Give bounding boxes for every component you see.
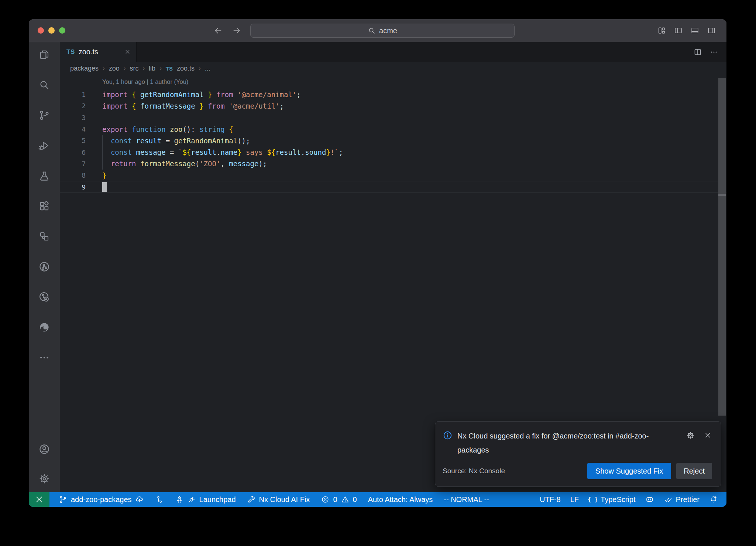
code-line-4[interactable]: 4export function zoo(): string { [60,123,726,135]
tab-bar: TS zoo.ts [60,42,726,62]
breadcrumb-item-packages[interactable]: packages [70,65,99,72]
editor-more-actions-button[interactable] [709,48,718,57]
code-line-5[interactable]: 5 const result = getRandomAnimal(); [60,135,726,146]
status-auto-attach[interactable]: Auto Attach: Always [364,492,437,507]
text-cursor [102,182,107,192]
status-remote-indicator[interactable] [29,492,49,507]
breadcrumb-item-src[interactable]: src [130,65,138,72]
activity-item-run-and-debug[interactable] [38,140,50,151]
status-label: LF [570,495,579,504]
code-line-1[interactable]: 1import { getRandomAnimal } from '@acme/… [60,89,726,100]
line-number: 9 [60,183,86,191]
status-copilot-status[interactable] [641,492,658,507]
close-tab-button[interactable] [124,48,131,55]
account-icon [38,443,50,455]
activity-item-accounts[interactable] [38,443,50,455]
title-bar: acme [29,19,726,42]
customize-layout-button[interactable] [657,26,666,35]
activity-item-explorer[interactable] [38,49,50,61]
status-label: Nx Cloud AI Fix [259,495,310,504]
activity-item-testing[interactable] [38,170,50,182]
toggle-secondary-sidebar-button[interactable] [707,26,716,35]
status-label: add-zoo-packages [71,495,132,504]
activity-item-additional-views[interactable] [38,352,50,364]
tab-zoo-ts[interactable]: TS zoo.ts [60,42,137,62]
status-end-of-line[interactable]: LF [566,492,583,507]
line-number: 5 [60,137,86,144]
status-language-mode[interactable]: { }TypeScript [584,492,639,507]
breadcrumb-overflow[interactable]: ... [205,65,210,72]
status-nx-launchpad[interactable]: Launchpad [171,492,240,507]
beaker-icon [38,170,50,182]
close-window-button[interactable] [38,27,44,34]
wrench-icon [247,495,256,504]
line-content: return formatMessage('ZOO', message); [102,160,267,168]
status-label: 0 [333,495,337,504]
nx-graph-circle-icon [38,261,50,273]
navigate-back-button[interactable] [213,26,223,35]
code-line-2[interactable]: 2import { formatMessage } from '@acme/ut… [60,100,726,112]
line-number: 1 [60,91,86,98]
zoom-window-button[interactable] [59,27,65,34]
status-formatter-prettier[interactable]: Prettier [660,492,704,507]
status-problems[interactable]: 00 [317,492,361,507]
line-number: 3 [60,114,86,122]
chevron-right-icon: › [124,65,126,72]
extensions-icon [38,200,50,212]
toggle-panel-button[interactable] [690,26,700,35]
status-nx-cloud-ai-fix[interactable]: Nx Cloud AI Fix [243,492,314,507]
toggle-primary-sidebar-button[interactable] [674,26,683,35]
typescript-file-icon: TS [66,48,75,56]
split-editor-button[interactable] [693,48,702,57]
status-nx-project-graph[interactable] [151,492,168,507]
navigate-forward-button[interactable] [232,26,241,35]
line-content: import { getRandomAnimal } from '@acme/a… [102,91,301,99]
breadcrumb-item-zoo[interactable]: zoo [109,65,120,72]
activity-item-extensions[interactable] [38,200,50,212]
gear-icon [38,473,50,485]
minimize-window-button[interactable] [48,27,55,34]
activity-item-nx-cloud[interactable] [38,291,50,303]
code-line-8[interactable]: 8} [60,170,726,181]
desktop-background: { "colors": { "traffic_lights": ["#ed6a5… [0,0,756,546]
window-controls [38,27,65,34]
tab-label: zoo.ts [79,48,98,56]
status-vim-mode[interactable]: -- NORMAL -- [440,492,493,507]
status-notifications-bell[interactable] [705,492,722,507]
code-line-7[interactable]: 7 return formatMessage('ZOO', message); [60,158,726,170]
code-line-6[interactable]: 6 const message = `${result.name} says $… [60,146,726,158]
notification-close-button[interactable] [704,431,712,457]
source-control-icon [38,109,50,121]
typescript-file-icon: TS [166,65,173,72]
line-number: 2 [60,102,86,110]
status-encoding[interactable]: UTF-8 [536,492,565,507]
activity-item-custom-views[interactable] [38,231,50,242]
scrollbar-marker [718,194,726,196]
breadcrumb-item-file[interactable]: zoo.ts [177,65,195,72]
double-check-icon [664,495,673,504]
status-label: Auto Attach: Always [368,495,433,504]
edge-icon [38,321,50,333]
activity-item-nx-console[interactable] [38,261,50,273]
files-icon [38,49,50,61]
command-center-search[interactable]: acme [250,24,515,38]
show-suggested-fix-button[interactable]: Show Suggested Fix [587,463,671,479]
breadcrumb-item-lib[interactable]: lib [149,65,155,72]
error-icon [321,495,330,504]
activity-item-source-control[interactable] [38,109,50,121]
activity-item-settings[interactable] [38,473,50,485]
reject-button[interactable]: Reject [676,463,712,479]
activity-item-search[interactable] [38,79,50,91]
activity-item-edge-tools[interactable] [38,321,50,333]
code-line-9[interactable]: 9 [60,181,726,192]
ellipsis-icon [38,352,50,364]
status-git-branch[interactable]: add-zoo-packages [55,492,148,507]
code-line-3[interactable]: 3 [60,112,726,123]
editor-scrollbar[interactable] [718,78,726,416]
line-number: 6 [60,149,86,156]
bell-dot-icon [709,495,718,504]
svg-text:{ }: { } [588,496,597,503]
line-number: 7 [60,160,86,168]
line-content: const result = getRandomAnimal(); [102,137,250,145]
notification-settings-button[interactable] [686,431,695,457]
